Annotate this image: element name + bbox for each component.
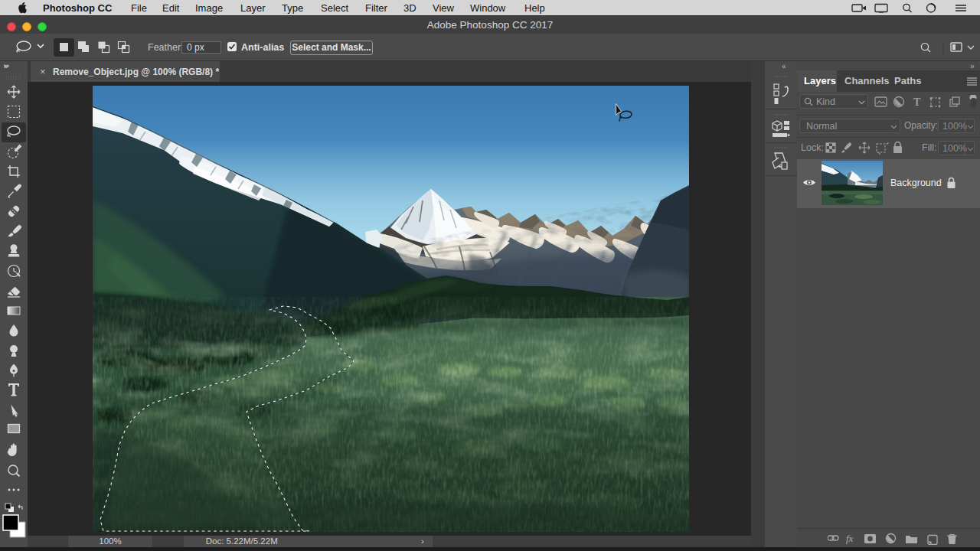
svg-text:»: » [4, 62, 8, 70]
svg-text:fx: fx [846, 533, 854, 544]
svg-text:T: T [913, 96, 921, 108]
